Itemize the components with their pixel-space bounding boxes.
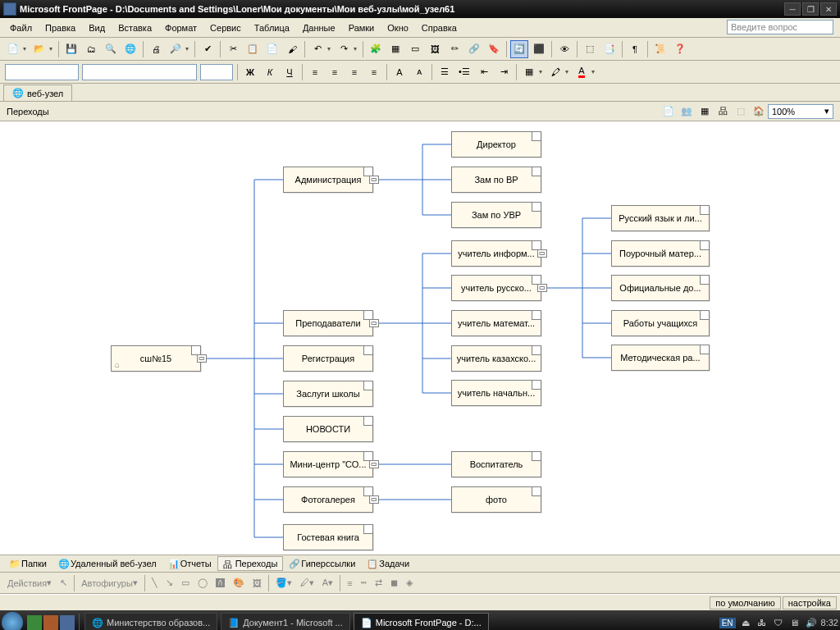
menu-format[interactable]: Формат bbox=[158, 21, 203, 35]
font-combo[interactable] bbox=[82, 64, 197, 80]
node-teacher-it[interactable]: учитель информ...▭ bbox=[451, 240, 541, 267]
node-official-docs[interactable]: Официальные до... bbox=[611, 275, 710, 301]
view-subtree-icon[interactable]: ▦ bbox=[696, 103, 713, 120]
node-director[interactable]: Директор bbox=[451, 131, 541, 158]
format-painter-icon[interactable]: 🖌 bbox=[283, 40, 301, 58]
menu-edit[interactable]: Правка bbox=[39, 21, 82, 35]
hyperlink-icon[interactable]: 🔗 bbox=[465, 40, 483, 58]
node-root[interactable]: сш№15 ⌂ ▭ bbox=[111, 345, 201, 372]
bold-icon[interactable]: Ж bbox=[241, 63, 259, 81]
preview-icon[interactable]: 🔎 bbox=[167, 40, 185, 58]
node-educator[interactable]: Воспитатель bbox=[451, 451, 541, 477]
redo-dropdown[interactable]: ▾ bbox=[354, 45, 360, 52]
node-news[interactable]: НОВОСТИ bbox=[283, 416, 373, 442]
menu-tools[interactable]: Сервис bbox=[203, 21, 248, 35]
node-teacher-russian[interactable]: учитель русско...▭ bbox=[451, 275, 541, 301]
new-dropdown[interactable]: ▾ bbox=[23, 45, 30, 52]
bookmark-icon[interactable]: 🔖 bbox=[485, 40, 503, 58]
tab-remote[interactable]: 🌐Удаленный веб-узел bbox=[52, 556, 162, 571]
expand-icon[interactable]: ▭ bbox=[369, 176, 379, 184]
line-icon[interactable]: ╲ bbox=[148, 576, 161, 590]
node-photo[interactable]: фото bbox=[451, 486, 541, 513]
borders-icon[interactable]: ▦ bbox=[520, 63, 538, 81]
picture-icon[interactable]: 🖼 bbox=[426, 40, 444, 58]
node-teacher-math[interactable]: учитель математ... bbox=[451, 310, 541, 336]
publish-icon[interactable]: 🌐 bbox=[121, 40, 139, 58]
increase-indent-icon[interactable]: ⇥ bbox=[495, 63, 513, 81]
drawing-icon[interactable]: ✏ bbox=[445, 40, 463, 58]
font-color-icon[interactable]: A▾ bbox=[319, 576, 336, 590]
node-deputy-uvr[interactable]: Зам по УВР bbox=[451, 202, 541, 228]
bullets-icon[interactable]: •☰ bbox=[455, 63, 473, 81]
rectangle-icon[interactable]: ▭ bbox=[178, 576, 193, 590]
node-deputy-vr[interactable]: Зам по ВР bbox=[451, 167, 541, 193]
ql-torrent-icon[interactable] bbox=[27, 615, 42, 630]
node-registration[interactable]: Регистрация bbox=[283, 345, 373, 372]
tab-folders[interactable]: 📁Папки bbox=[3, 556, 52, 571]
preview-dropdown[interactable]: ▾ bbox=[185, 45, 192, 52]
print-icon[interactable]: 🖨 bbox=[147, 40, 165, 58]
new-page-icon[interactable]: 📄 bbox=[4, 40, 22, 58]
decrease-font-icon[interactable]: ᴀ bbox=[410, 63, 428, 81]
textbox-icon[interactable]: 🅰 bbox=[212, 577, 228, 590]
node-merits[interactable]: Заслуги школы bbox=[283, 381, 373, 407]
font-color-dropdown[interactable]: ▾ bbox=[591, 68, 598, 75]
arrow-icon[interactable]: ↘ bbox=[162, 576, 176, 590]
tray-safely-remove-icon[interactable]: ⏏ bbox=[739, 616, 752, 629]
refresh-icon[interactable]: 🔄 bbox=[510, 40, 528, 58]
menu-frames[interactable]: Рамки bbox=[342, 21, 381, 35]
line-style-icon[interactable]: ≡ bbox=[344, 577, 355, 590]
paragraph-icon[interactable]: ¶ bbox=[626, 40, 644, 58]
tray-shield-icon[interactable]: 🛡 bbox=[772, 616, 785, 629]
close-button[interactable]: ✕ bbox=[820, 2, 837, 16]
clock[interactable]: 8:32 bbox=[821, 618, 838, 628]
node-methodical[interactable]: Методическая ра... bbox=[611, 345, 710, 371]
doc-tab-website[interactable]: 🌐 веб-узел bbox=[3, 84, 72, 101]
task-pane-icon[interactable]: 📑 bbox=[600, 40, 619, 58]
save-all-icon[interactable]: 🗂 bbox=[82, 40, 100, 58]
ql-desktop-icon[interactable] bbox=[60, 615, 75, 630]
task-frontpage[interactable]: 📄Microsoft FrontPage - D:... bbox=[354, 613, 489, 630]
3d-icon[interactable]: ◈ bbox=[403, 576, 416, 590]
restore-button[interactable]: ❐ bbox=[802, 2, 819, 16]
stop-icon[interactable]: ⬛ bbox=[530, 40, 548, 58]
spelling-icon[interactable]: ✔ bbox=[199, 40, 217, 58]
expand-icon[interactable]: ▭ bbox=[537, 284, 547, 292]
menu-insert[interactable]: Вставка bbox=[112, 21, 158, 35]
justify-icon[interactable]: ≡ bbox=[365, 63, 383, 81]
portrait-icon[interactable]: 🏠 bbox=[751, 103, 767, 120]
highlight-icon[interactable]: 🖍 bbox=[546, 63, 564, 81]
node-russian-lang[interactable]: Русский язык и ли... bbox=[611, 205, 710, 231]
node-teachers[interactable]: Преподаватели▭ bbox=[283, 310, 373, 336]
clipart-icon[interactable]: 🖼 bbox=[249, 577, 265, 590]
borders-dropdown[interactable]: ▾ bbox=[539, 68, 546, 75]
menu-window[interactable]: Окно bbox=[381, 21, 415, 35]
redo-icon[interactable]: ↷ bbox=[335, 40, 353, 58]
save-icon[interactable]: 💾 bbox=[62, 40, 80, 58]
minimize-button[interactable]: ─ bbox=[784, 2, 801, 16]
tab-reports[interactable]: 📊Отчеты bbox=[162, 556, 217, 571]
menu-data[interactable]: Данные bbox=[296, 21, 342, 35]
align-right-icon[interactable]: ≡ bbox=[345, 63, 363, 81]
menu-file[interactable]: Файл bbox=[3, 21, 39, 35]
menu-help[interactable]: Справка bbox=[415, 21, 463, 35]
wordart-icon[interactable]: 🎨 bbox=[230, 576, 248, 590]
add-existing-icon[interactable]: 👥 bbox=[678, 103, 695, 120]
start-button[interactable] bbox=[2, 612, 23, 630]
tray-network-icon[interactable]: 🖧 bbox=[756, 616, 769, 629]
table-icon[interactable]: ▦ bbox=[386, 40, 404, 58]
tab-navigation[interactable]: 品Переходы bbox=[217, 556, 284, 571]
open-icon[interactable]: 📂 bbox=[30, 40, 48, 58]
layer-icon[interactable]: ▭ bbox=[406, 40, 424, 58]
status-custom[interactable]: настройка bbox=[783, 596, 837, 609]
autoshapes-menu[interactable]: Автофигуры ▾ bbox=[78, 576, 141, 590]
help-question-input[interactable]: Введите вопрос bbox=[727, 20, 833, 34]
expand-icon[interactable]: ▭ bbox=[197, 354, 207, 363]
fill-color-icon[interactable]: 🪣▾ bbox=[272, 576, 295, 590]
oval-icon[interactable]: ◯ bbox=[194, 576, 211, 590]
help-icon[interactable]: ❓ bbox=[671, 40, 689, 58]
show-all-icon[interactable]: 👁 bbox=[555, 40, 573, 58]
node-lesson-mat[interactable]: Поурочный матер... bbox=[611, 240, 710, 267]
node-admin[interactable]: Администрация▭ bbox=[283, 167, 373, 193]
open-dropdown[interactable]: ▾ bbox=[49, 45, 56, 52]
